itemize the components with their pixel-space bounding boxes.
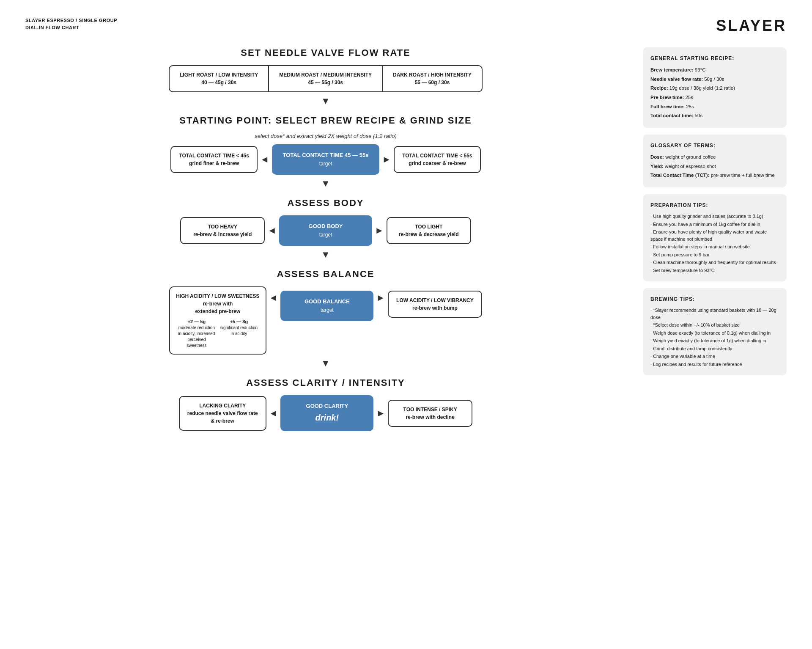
prep-tips-card: PREPARATION TIPS: Use high quality grind… bbox=[643, 194, 787, 281]
brewing-tips-title: BREWING TIPS: bbox=[650, 295, 779, 303]
roast-medium: MEDIUM ROAST / MEDIUM INTENSITY 45 — 55g… bbox=[268, 65, 383, 92]
clarity-row: LACKING CLARITY reduce needle valve flow… bbox=[25, 395, 626, 431]
slayer-logo: SLAYER bbox=[716, 17, 787, 35]
total-contact: Total contact time: 50s bbox=[650, 112, 779, 120]
roast-dark: DARK ROAST / HIGH INTENSITY 55 — 60g / 3… bbox=[382, 65, 483, 92]
section-brew-recipe: STARTING POINT: SELECT BREW RECIPE & GRI… bbox=[25, 115, 626, 189]
contact-time-row: TOTAL CONTACT TIME < 45s grind finer & r… bbox=[25, 144, 626, 175]
contact-right: TOTAL CONTACT TIME < 55s grind coarser &… bbox=[394, 146, 480, 173]
main-content: SET NEEDLE VALVE FLOW RATE LIGHT ROAST /… bbox=[25, 47, 787, 440]
list-item: Follow installation steps in manual / on… bbox=[650, 243, 779, 250]
balance-sub-1: +2 — 5g moderate reduction in acidity, i… bbox=[178, 319, 216, 349]
dose-def: Dose: weight of ground coffee bbox=[650, 153, 779, 162]
section3-title: ASSESS BODY bbox=[25, 198, 626, 209]
section-assess-balance: ASSESS BALANCE HIGH ACIDITY / LOW SWEETN… bbox=[25, 269, 626, 369]
arrow-down-4: ▼ bbox=[25, 358, 626, 369]
contact-center: TOTAL CONTACT TIME 45 — 55s target bbox=[272, 144, 380, 175]
flow-column: SET NEEDLE VALVE FLOW RATE LIGHT ROAST /… bbox=[25, 47, 626, 440]
brewing-tips-card: BREWING TIPS: *Slayer recommends using s… bbox=[643, 288, 787, 375]
balance-right: LOW ACIDITY / LOW VIBRANCY re-brew with … bbox=[388, 291, 482, 318]
section-needle-valve: SET NEEDLE VALVE FLOW RATE LIGHT ROAST /… bbox=[25, 47, 626, 107]
body-left: TOO HEAVY re-brew & increase yield bbox=[180, 217, 265, 244]
general-recipe-title: GENERAL STARTING RECIPE: bbox=[650, 54, 779, 63]
roast-light: LIGHT ROAST / LOW INTENSITY 40 — 45g / 3… bbox=[169, 65, 269, 92]
body-row: TOO HEAVY re-brew & increase yield ◄ GOO… bbox=[25, 215, 626, 246]
brewing-tips-list: *Slayer recommends using standard basket… bbox=[650, 307, 779, 368]
balance-sub-2: +5 — 8g significant reduction in acidity bbox=[220, 319, 258, 349]
arrow-down-2: ▼ bbox=[25, 178, 626, 189]
clarity-left: LACKING CLARITY reduce needle valve flow… bbox=[179, 396, 266, 431]
balance-sub: +2 — 5g moderate reduction in acidity, i… bbox=[176, 319, 259, 349]
prep-tips-list: Use high quality grinder and scales (acc… bbox=[650, 213, 779, 274]
section2-title: STARTING POINT: SELECT BREW RECIPE & GRI… bbox=[25, 115, 626, 126]
needle-valve: Needle valve flow rate: 50g / 30s bbox=[650, 75, 779, 84]
general-recipe-card: GENERAL STARTING RECIPE: Brew temperatur… bbox=[643, 47, 787, 128]
section4-title: ASSESS BALANCE bbox=[25, 269, 626, 280]
arrow-left-2: ◄ bbox=[267, 225, 277, 236]
section-assess-body: ASSESS BODY TOO HEAVY re-brew & increase… bbox=[25, 198, 626, 260]
list-item: Weigh yield exactly (to tolerance of 1g)… bbox=[650, 337, 779, 344]
page-header: SLAYER ESPRESSO / SINGLE GROUP DIAL-IN F… bbox=[25, 17, 787, 35]
header-title: SLAYER ESPRESSO / SINGLE GROUP DIAL-IN F… bbox=[25, 17, 117, 31]
contact-left: TOTAL CONTACT TIME < 45s grind finer & r… bbox=[170, 146, 257, 173]
prep-tips-title: PREPARATION TIPS: bbox=[650, 201, 779, 209]
arrow-right-1: ► bbox=[382, 154, 391, 165]
prebrew-time: Pre brew time: 25s bbox=[650, 94, 779, 102]
list-item: Clean machine thoroughly and frequently … bbox=[650, 259, 779, 266]
list-item: Log recipes and results for future refer… bbox=[650, 361, 779, 368]
clarity-center: GOOD CLARITY drink! bbox=[280, 395, 373, 431]
list-item: Use high quality grinder and scales (acc… bbox=[650, 213, 779, 220]
balance-center: GOOD BALANCE target bbox=[280, 291, 373, 321]
roast-row: LIGHT ROAST / LOW INTENSITY 40 — 45g / 3… bbox=[25, 65, 626, 92]
yield-def: Yield: weight of espresso shot bbox=[650, 162, 779, 171]
tct-def: Total Contact Time (TCT): pre-brew time … bbox=[650, 171, 779, 180]
list-item: *Slayer recommends using standard basket… bbox=[650, 307, 779, 321]
list-item: Grind, distribute and tamp consistently bbox=[650, 345, 779, 352]
list-item: Change one variable at a time bbox=[650, 353, 779, 360]
arrow-right-3: ► bbox=[376, 292, 385, 303]
list-item: °Select dose within +/- 10% of basket si… bbox=[650, 322, 779, 329]
balance-left: HIGH ACIDITY / LOW SWEETNESS re-brew wit… bbox=[169, 286, 266, 355]
balance-row: HIGH ACIDITY / LOW SWEETNESS re-brew wit… bbox=[25, 286, 626, 355]
list-item: Weigh dose exactly (to tolerance of 0.1g… bbox=[650, 330, 779, 337]
arrow-down-3: ▼ bbox=[25, 249, 626, 260]
glossary-card: GLOSSARY OF TERMS: Dose: weight of groun… bbox=[643, 135, 787, 187]
arrow-right-4: ► bbox=[376, 408, 385, 419]
clarity-right: TOO INTENSE / SPIKY re-brew with decline bbox=[388, 400, 472, 427]
arrow-down-1: ▼ bbox=[25, 96, 626, 107]
list-item: Ensure you have a minimum of 1kg coffee … bbox=[650, 221, 779, 228]
arrow-left-4: ◄ bbox=[269, 408, 278, 419]
list-item: Set pump pressure to 9 bar bbox=[650, 251, 779, 258]
fullbrew-time: Full brew time: 25s bbox=[650, 103, 779, 111]
section2-subtitle: select dose° and extract yield 2X weight… bbox=[25, 133, 626, 139]
list-item: Ensure you have plenty of high quality w… bbox=[650, 228, 779, 242]
body-right: TOO LIGHT re-brew & decrease yield bbox=[387, 217, 471, 244]
section5-title: ASSESS CLARITY / INTENSITY bbox=[25, 377, 626, 388]
body-center: GOOD BODY target bbox=[279, 215, 372, 246]
arrow-left-3: ◄ bbox=[269, 292, 278, 303]
sidebar-column: GENERAL STARTING RECIPE: Brew temperatur… bbox=[643, 47, 787, 440]
brew-temp: Brew temperature: 93°C bbox=[650, 66, 779, 74]
list-item: Set brew temperature to 93°C bbox=[650, 267, 779, 274]
arrow-right-2: ► bbox=[375, 225, 384, 236]
glossary-title: GLOSSARY OF TERMS: bbox=[650, 141, 779, 150]
section1-title: SET NEEDLE VALVE FLOW RATE bbox=[25, 47, 626, 58]
section-assess-clarity: ASSESS CLARITY / INTENSITY LACKING CLARI… bbox=[25, 377, 626, 431]
arrow-left-1: ◄ bbox=[260, 154, 269, 165]
recipe: Recipe: 19g dose / 38g yield (1:2 ratio) bbox=[650, 84, 779, 93]
